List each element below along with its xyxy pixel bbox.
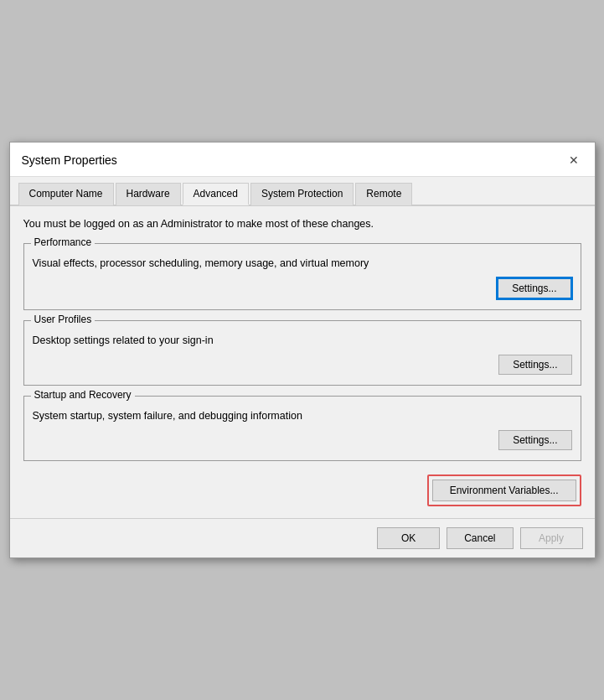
dialog-title: System Properties	[22, 153, 117, 174]
user-profiles-button-row: Settings...	[33, 355, 572, 375]
performance-group: Performance Visual effects, processor sc…	[23, 243, 581, 310]
startup-recovery-group-content: System startup, system failure, and debu…	[33, 407, 572, 450]
env-variables-wrapper: Environment Variables...	[427, 474, 581, 506]
environment-variables-button[interactable]: Environment Variables...	[432, 480, 576, 501]
user-profiles-description: Desktop settings related to your sign-in	[33, 334, 572, 346]
performance-group-title: Performance	[31, 236, 96, 248]
main-content: You must be logged on as an Administrato…	[10, 206, 595, 518]
system-properties-dialog: System Properties ✕ Computer Name Hardwa…	[9, 142, 596, 558]
footer-bar: OK Cancel Apply	[10, 518, 595, 557]
tab-remote[interactable]: Remote	[355, 183, 412, 205]
user-profiles-settings-button[interactable]: Settings...	[498, 355, 571, 375]
startup-recovery-group: Startup and Recovery System startup, sys…	[23, 396, 581, 461]
user-profiles-group-content: Desktop settings related to your sign-in…	[33, 331, 572, 375]
title-bar: System Properties ✕	[10, 143, 595, 177]
apply-button[interactable]: Apply	[520, 527, 583, 549]
tab-advanced[interactable]: Advanced	[183, 183, 249, 205]
tab-computer-name[interactable]: Computer Name	[18, 183, 114, 205]
close-button[interactable]: ✕	[565, 151, 583, 169]
user-profiles-group-title: User Profiles	[31, 314, 96, 325]
tab-system-protection[interactable]: System Protection	[250, 183, 354, 205]
performance-description: Visual effects, processor scheduling, me…	[33, 257, 572, 269]
admin-info-text: You must be logged on as an Administrato…	[23, 218, 581, 230]
startup-recovery-button-row: Settings...	[33, 430, 572, 450]
startup-recovery-group-title: Startup and Recovery	[31, 389, 135, 401]
performance-settings-button[interactable]: Settings...	[497, 277, 571, 299]
user-profiles-group: User Profiles Desktop settings related t…	[23, 320, 581, 386]
performance-button-row: Settings...	[33, 277, 572, 299]
tab-bar: Computer Name Hardware Advanced System P…	[10, 177, 595, 206]
startup-recovery-description: System startup, system failure, and debu…	[33, 410, 572, 422]
performance-group-content: Visual effects, processor scheduling, me…	[33, 254, 572, 299]
startup-recovery-settings-button[interactable]: Settings...	[498, 430, 571, 450]
cancel-button[interactable]: Cancel	[447, 527, 513, 549]
env-variables-container: Environment Variables...	[23, 474, 581, 506]
ok-button[interactable]: OK	[377, 527, 440, 549]
tab-hardware[interactable]: Hardware	[116, 183, 181, 205]
